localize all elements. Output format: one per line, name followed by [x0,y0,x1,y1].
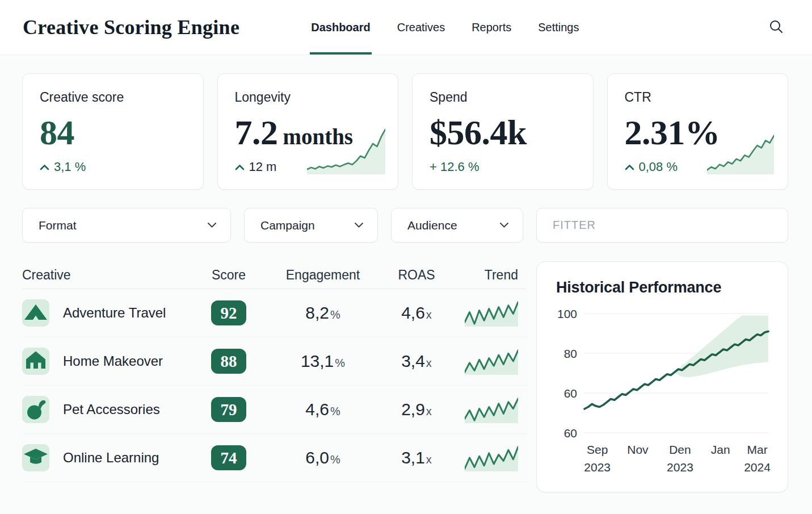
app-title: Creative Scoring Engine [23,15,239,39]
chevron-down-icon [208,223,216,228]
table-row[interactable]: Home Makeover 88 13,1% 3,4x [22,337,526,386]
roas-value: 2,9x [390,400,443,419]
graduation-cap-icon [22,444,49,471]
ctr-sparkline [707,131,774,174]
nav-tab-settings[interactable]: Settings [538,0,579,55]
table-row[interactable]: Online Learning 74 6,0% 3,1x [22,434,526,482]
svg-text:100: 100 [557,307,577,320]
longevity-sparkline [307,124,385,174]
historical-performance-chart: 100806060Sep2023NovDen2023JanMar2024 [555,307,771,478]
score-badge: 92 [211,300,246,325]
col-header-creative: Creative [22,268,201,283]
trend-sparkline [465,299,518,327]
svg-text:Sep2023: Sep2023 [584,443,611,474]
stat-value: $56.4k [430,115,576,150]
nav-tab-creatives[interactable]: Creatives [397,0,445,55]
trend-sparkline [465,444,518,471]
house-icon [22,348,49,375]
table-row[interactable]: Pet Accessories 79 4,6% 2,9x [22,386,526,434]
audience-dropdown[interactable]: Audience [391,208,523,243]
stat-label: Spend [430,90,576,105]
format-dropdown[interactable]: Format [22,208,231,243]
stat-value: 84 [40,115,186,150]
stat-delta: + 12.6 % [430,160,576,174]
score-badge: 79 [211,397,246,422]
col-header-score: Score [201,268,256,283]
stat-label: Longevity [235,90,381,105]
table-row[interactable]: Adventure Travel 92 8,2% 4,6x [22,289,526,337]
score-badge: 74 [211,445,246,470]
col-header-engagement: Engagement [256,268,390,283]
filter-bar: Format Campaign Audience [22,208,788,243]
trend-sparkline [465,396,518,423]
roas-value: 3,1x [390,448,443,467]
top-nav: Creative Scoring Engine Dashboard Creati… [0,0,812,55]
svg-text:Nov: Nov [627,443,649,456]
search-button[interactable] [765,16,787,39]
svg-text:Mar2024: Mar2024 [744,443,771,474]
chevron-down-icon [500,223,508,228]
creative-name: Home Makeover [63,353,163,369]
stat-card-spend: Spend $56.4k + 12.6 % [412,73,594,190]
stat-card-ctr: CTR 2.31% 0,08 % [607,73,789,190]
trend-up-icon [625,164,634,170]
creatives-table: Creative Score Engagement ROAS Trend Adv… [22,261,526,482]
historical-performance-card: Historical Performance 100806060Sep2023N… [536,261,788,492]
svg-text:60: 60 [564,387,577,400]
svg-text:60: 60 [564,427,577,440]
chart-title: Historical Performance [556,279,769,296]
svg-text:Jan: Jan [711,443,730,456]
col-header-trend: Trend [443,268,518,283]
nav-tab-reports[interactable]: Reports [472,0,511,55]
campaign-dropdown[interactable]: Campaign [244,208,378,243]
chevron-down-icon [355,223,363,228]
trend-up-icon [235,164,245,170]
col-header-roas: ROAS [390,268,443,283]
stat-label: Creative score [40,90,186,105]
stat-card-longevity: Longevity 7.2months 12 m [217,73,399,190]
svg-text:80: 80 [564,347,577,360]
stat-cards: Creative score 84 3,1 % Longevity 7.2mon… [22,73,788,190]
table-header: Creative Score Engagement ROAS Trend [22,261,526,289]
trend-up-icon [40,164,49,170]
svg-text:Den2023: Den2023 [667,443,693,474]
filter-search-input[interactable] [536,208,788,243]
stat-delta: 3,1 % [40,160,186,174]
engagement-value: 6,0% [256,448,390,467]
creative-name: Adventure Travel [63,305,166,321]
main-content: Creative Score Engagement ROAS Trend Adv… [22,261,788,492]
nav-tab-dashboard[interactable]: Dashboard [311,0,370,55]
engagement-value: 13,1% [256,352,390,371]
stat-label: CTR [625,90,771,105]
creative-name: Pet Accessories [63,402,160,417]
stat-card-creative-score: Creative score 84 3,1 % [22,73,204,190]
engagement-value: 8,2% [256,303,390,323]
engagement-value: 4,6% [256,400,390,419]
main-nav: Dashboard Creatives Reports Settings [311,0,579,55]
tent-icon [22,299,49,327]
pet-icon [22,396,49,423]
roas-value: 3,4x [390,352,443,371]
score-badge: 88 [211,349,246,374]
search-icon [769,19,784,34]
trend-sparkline [465,348,518,375]
roas-value: 4,6x [390,303,443,323]
creative-name: Online Learning [63,450,159,466]
